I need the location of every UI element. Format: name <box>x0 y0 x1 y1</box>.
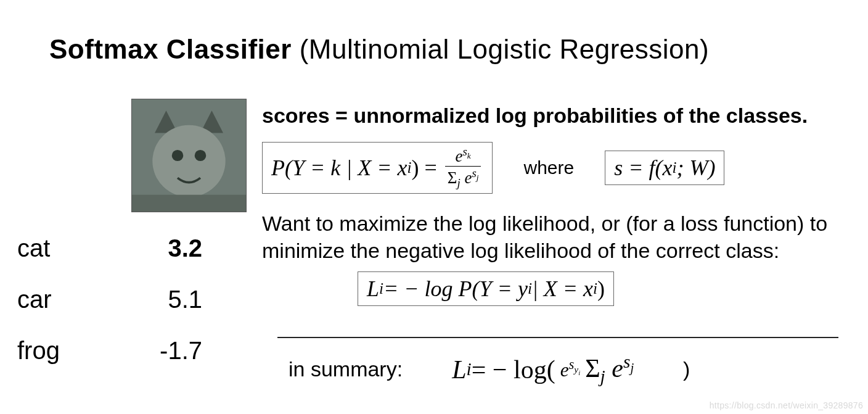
title-bold: Softmax Classifier <box>49 34 292 64</box>
svg-point-4 <box>172 150 184 161</box>
scores-heading: scores = unnormalized log probabilities … <box>262 104 808 128</box>
score-label: car <box>17 286 52 313</box>
equation-summary: Li = − log( esyi Σj esj <box>452 352 634 387</box>
score-value: 3.2 <box>168 234 202 262</box>
eq-text: Σ <box>585 354 600 383</box>
title-light: (Multinomial Logistic Regression) <box>292 34 709 64</box>
eq-text: s <box>569 357 575 372</box>
eq-text: L <box>367 276 379 302</box>
eq-text: j <box>600 366 605 386</box>
fraction: esk Σj esj <box>445 146 481 189</box>
eq-text: s <box>472 167 476 180</box>
score-label: frog <box>17 337 60 365</box>
eq-text: ; W) <box>676 155 715 181</box>
score-row-frog: frog -1.7 <box>17 337 202 365</box>
eq-text: P(Y = k | X = x <box>271 155 407 181</box>
svg-point-3 <box>152 125 225 197</box>
eq-text: k <box>467 151 471 160</box>
eq-text: = − log( <box>472 355 555 384</box>
eq-text: e <box>461 168 472 187</box>
where-label: where <box>523 157 574 178</box>
score-value: -1.7 <box>160 337 202 365</box>
equation-score-fn: s = f(xi; W) <box>605 151 724 185</box>
eq-text: L <box>452 355 466 384</box>
eq-text: s = f(x <box>614 155 672 181</box>
cat-image <box>131 99 247 212</box>
eq-text: e <box>560 359 569 381</box>
eq-text: j <box>630 361 634 375</box>
eq-text: j <box>477 173 479 182</box>
eq-text: | X = x <box>532 276 593 302</box>
equation-row-prob: P(Y = k | X = xi) = esk Σj esj where s =… <box>262 142 724 194</box>
equation-softmax-prob: P(Y = k | X = xi) = esk Σj esj <box>262 142 493 194</box>
score-value: 5.1 <box>168 286 202 313</box>
divider <box>277 337 838 338</box>
svg-rect-6 <box>132 195 246 212</box>
summary-row: in summary: Li = − log( esyi Σj esj ) <box>289 352 690 387</box>
score-row-car: car 5.1 <box>17 286 202 313</box>
eq-text: = − log P(Y = y <box>383 276 528 302</box>
fraction: esyi <box>558 358 583 381</box>
eq-text: s <box>462 145 467 158</box>
eq-text: ) <box>683 357 690 381</box>
svg-point-5 <box>195 150 207 161</box>
eq-text: i <box>578 369 580 376</box>
summary-label: in summary: <box>289 357 403 381</box>
eq-text: Σ <box>448 168 457 187</box>
slide-title: Softmax Classifier (Multinomial Logistic… <box>49 34 709 65</box>
watermark: https://blog.csdn.net/weixin_39289876 <box>710 400 863 410</box>
score-label: cat <box>17 234 50 262</box>
scores-column: cat 3.2 car 5.1 frog -1.7 <box>17 234 245 388</box>
score-row-cat: cat 3.2 <box>17 234 202 262</box>
equation-nll: Li = − log P(Y = yi | X = xi) <box>358 271 614 306</box>
want-text: Want to maximize the log likelihood, or … <box>262 210 835 264</box>
eq-text: s <box>623 352 630 371</box>
slide: Softmax Classifier (Multinomial Logistic… <box>0 0 868 414</box>
eq-text: e <box>605 354 623 383</box>
eq-text: e <box>456 147 463 165</box>
equation-row-loss: Li = − log P(Y = yi | X = xi) <box>358 271 614 306</box>
